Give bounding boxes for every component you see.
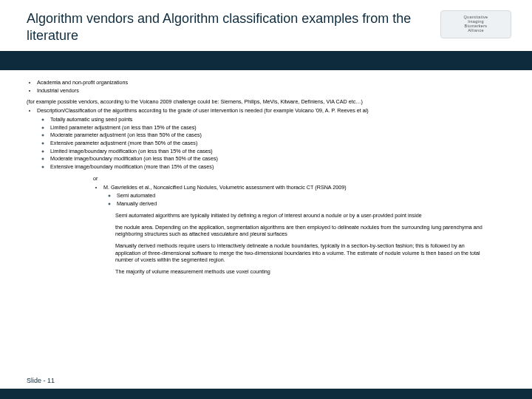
gavrielides-text: M. Gavrielides et al., Noncalcified Lung…	[103, 184, 347, 191]
logo-line-4: Alliance	[468, 29, 484, 33]
sub-extensive-boundary: Extensive image/boundary modification (m…	[50, 163, 505, 171]
sub-limited-param: Limited parameter adjustment (on less th…	[50, 124, 505, 132]
accent-bar-top	[0, 51, 532, 70]
para-manual: Manually derived methods require users t…	[115, 242, 491, 264]
volcano-sublist: Totally automatic using seed points Limi…	[37, 116, 505, 171]
classification-list: Description/Classification of the algori…	[27, 107, 505, 171]
sub-moderate-boundary: Moderate image/boundary modification (on…	[50, 155, 505, 163]
sub-moderate-param: Moderate parameter adjustment (on less t…	[50, 132, 505, 139]
vendors-note: (for example possible vendors, according…	[27, 98, 505, 106]
gavrielides-sublist: Semi automated Manually derived	[103, 192, 505, 207]
slide-body: Academia and non-profit organizations In…	[0, 79, 532, 276]
para-semi-1: Semi automated algorithms are typically …	[115, 212, 491, 219]
qiba-logo: Quantitative Imaging Biomarkers Alliance	[440, 10, 511, 38]
footer	[0, 389, 532, 399]
sub-semi-automated: Semi automated	[117, 192, 505, 200]
slide-title: Algorithm vendors and Algorithm classifi…	[27, 10, 440, 44]
accent-bar-bottom	[0, 389, 532, 399]
explanatory-paragraphs: Semi automated algorithms are typically …	[27, 212, 505, 276]
sub-extensive-param: Extensive parameter adjustment (more tha…	[50, 140, 505, 147]
bullet-academia: Academia and non-profit organizations	[37, 79, 505, 86]
bullet-classification-text: Description/Classification of the algori…	[37, 107, 369, 114]
sub-auto-seed: Totally automatic using seed points	[50, 116, 505, 123]
title-row: Algorithm vendors and Algorithm classifi…	[0, 0, 532, 48]
sub-limited-boundary: Limited image/boundary modification (on …	[50, 148, 505, 155]
gavrielides-list: M. Gavrielides et al., Noncalcified Lung…	[93, 184, 505, 208]
bullet-gavrielides: M. Gavrielides et al., Noncalcified Lung…	[103, 184, 505, 208]
sub-manually-derived: Manually derived	[117, 200, 505, 208]
bullet-industrial: Industrial vendors	[37, 87, 505, 95]
para-voxel: The majority of volume measurement metho…	[115, 268, 491, 276]
slide: Algorithm vendors and Algorithm classifi…	[0, 0, 532, 399]
slide-number: Slide - 11	[27, 377, 55, 384]
para-semi-2: the nodule area. Depending on the applic…	[115, 224, 491, 238]
bullet-classification: Description/Classification of the algori…	[37, 107, 505, 171]
or-block: or M. Gavrielides et al., Noncalcified L…	[27, 175, 505, 208]
top-bullet-list: Academia and non-profit organizations In…	[27, 79, 505, 94]
or-label: or	[93, 175, 505, 183]
